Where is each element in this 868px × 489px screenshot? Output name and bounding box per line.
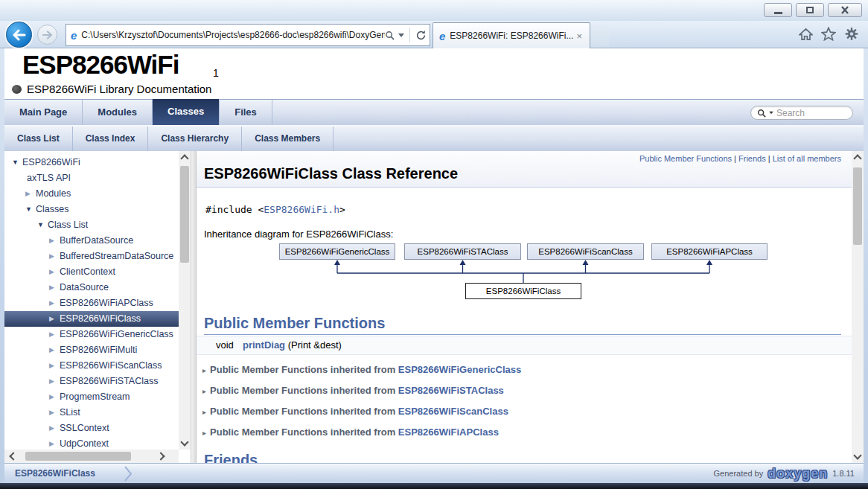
tree-item-bufferedstreamdatasource[interactable]: ▶BufferedStreamDataSource: [4, 249, 179, 264]
scroll-up-icon[interactable]: [179, 153, 191, 164]
diagram-node-parent[interactable]: ESP8266WiFiSTAClass: [404, 243, 521, 260]
scrollbar-thumb[interactable]: [25, 452, 131, 461]
scroll-up-icon[interactable]: [852, 153, 864, 164]
tab-class-index[interactable]: Class Index: [73, 127, 149, 151]
scroll-down-icon[interactable]: [179, 436, 191, 448]
home-icon[interactable]: [799, 28, 813, 41]
tree-item-datasource[interactable]: ▶DataSource: [4, 280, 179, 295]
expand-arrow-icon[interactable]: ▸: [202, 366, 206, 374]
forward-button[interactable]: [37, 25, 57, 45]
minimize-button[interactable]: [764, 3, 792, 17]
browser-tab[interactable]: e ESP8266WiFi: ESP8266WiFi... ×: [433, 22, 590, 48]
inherited-section-scan[interactable]: ▸Public Member Functions inherited from …: [197, 403, 852, 422]
tree-item-sslcontext[interactable]: ▶SSLContext: [4, 421, 179, 436]
favorites-star-icon[interactable]: [821, 27, 836, 41]
scrollbar-thumb[interactable]: [853, 167, 862, 245]
tree-collapsed-icon[interactable]: ▶: [49, 295, 60, 311]
tree-collapsed-icon[interactable]: ▶: [49, 327, 60, 342]
tree-item-classes[interactable]: ▼Classes: [4, 202, 179, 217]
tree-item-esp8266wificlass-selected[interactable]: ▶ESP8266WiFiClass: [4, 311, 179, 327]
tree-item-axtls-api[interactable]: axTLS API: [4, 170, 179, 186]
content-vertical-scrollbar[interactable]: [852, 151, 864, 463]
tree-item-esp8266wifiscanclass[interactable]: ▶ESP8266WiFiScanClass: [4, 358, 179, 374]
expand-arrow-icon[interactable]: ▸: [202, 387, 206, 395]
tree-collapsed-icon[interactable]: ▶: [49, 374, 60, 389]
sidebar-resize-splitter[interactable]: [191, 151, 197, 463]
tab-class-hierarchy[interactable]: Class Hierarchy: [148, 127, 242, 151]
tree-collapsed-icon[interactable]: ▶: [49, 389, 60, 405]
address-bar[interactable]: e C:\Users\Krzysztof\Documents\Projects\…: [66, 24, 430, 46]
tree-expanded-icon[interactable]: ▼: [12, 155, 22, 170]
tree-collapsed-icon[interactable]: ▶: [49, 249, 60, 264]
scroll-right-icon[interactable]: [155, 450, 167, 462]
restore-button[interactable]: [796, 3, 824, 17]
tree-item-esp8266wifigenericclass[interactable]: ▶ESP8266WiFiGenericClass: [4, 327, 179, 342]
diagram-node-parent[interactable]: ESP8266WiFiGenericClass: [279, 243, 395, 260]
tree-collapsed-icon[interactable]: ▶: [49, 405, 60, 421]
tab-main-page[interactable]: Main Page: [4, 100, 83, 125]
tree-item-esp8266wifiapclass[interactable]: ▶ESP8266WiFiAPClass: [4, 295, 179, 311]
link-list-of-all-members[interactable]: List of all members: [773, 154, 841, 163]
search-dropdown-icon[interactable]: [398, 33, 404, 37]
refresh-icon[interactable]: [415, 30, 427, 41]
tree-item-esp8266wifistaclass[interactable]: ▶ESP8266WiFiSTAClass: [4, 374, 179, 389]
tab-class-list[interactable]: Class List: [4, 127, 73, 151]
doxygen-logo[interactable]: doxygen: [768, 466, 828, 482]
expand-arrow-icon[interactable]: ▸: [202, 408, 206, 416]
link-public-member-functions[interactable]: Public Member Functions: [639, 154, 732, 163]
scrollbar-thumb[interactable]: [180, 166, 189, 263]
tab-classes[interactable]: Classes: [153, 99, 220, 125]
tab-files[interactable]: Files: [220, 100, 272, 125]
inherited-section-generic[interactable]: ▸Public Member Functions inherited from …: [197, 361, 852, 380]
tree-collapsed-icon[interactable]: ▶: [49, 421, 60, 436]
include-file-link[interactable]: ESP8266WiFi.h: [264, 204, 339, 215]
tab-close-icon[interactable]: ×: [575, 31, 584, 42]
tree-collapsed-icon[interactable]: ▶: [49, 233, 60, 249]
inherited-class-link[interactable]: ESP8266WiFiSTAClass: [398, 385, 504, 396]
inherited-class-link[interactable]: ESP8266WiFiScanClass: [398, 406, 508, 417]
inherited-section-ap[interactable]: ▸Public Member Functions inherited from …: [197, 424, 852, 443]
breadcrumb[interactable]: ESP8266WiFiClass: [15, 464, 95, 483]
tree-item-esp8266wifimulti[interactable]: ▶ESP8266WiFiMulti: [4, 342, 179, 358]
tree-collapsed-icon[interactable]: ▶: [49, 358, 60, 374]
diagram-node-parent[interactable]: ESP8266WiFiScanClass: [527, 243, 644, 260]
tree-item-class-list[interactable]: ▼Class List: [4, 217, 179, 233]
scroll-left-icon[interactable]: [7, 450, 19, 462]
tree-item-esp8266wifi[interactable]: ▼ESP8266WiFi: [4, 155, 179, 170]
tree-item-slist[interactable]: ▶SList: [4, 405, 179, 421]
url-text[interactable]: C:\Users\Krzysztof\Documents\Projects\es…: [81, 30, 385, 40]
tab-class-members[interactable]: Class Members: [242, 127, 334, 151]
tree-expanded-icon[interactable]: ▼: [37, 217, 48, 233]
member-name-link[interactable]: printDiag: [243, 339, 285, 351]
sidebar-vertical-scrollbar[interactable]: [179, 151, 191, 450]
tab-modules[interactable]: Modules: [83, 100, 153, 125]
tree-item-modules[interactable]: ▶Modules: [4, 186, 179, 202]
tree-collapsed-icon[interactable]: ▶: [49, 342, 60, 358]
expand-arrow-icon[interactable]: ▸: [202, 429, 206, 437]
settings-gear-icon[interactable]: [844, 27, 859, 41]
search-icon[interactable]: [385, 31, 395, 40]
link-friends[interactable]: Friends: [738, 154, 766, 163]
tree-collapsed-icon[interactable]: ▶: [49, 311, 60, 327]
inherited-class-link[interactable]: ESP8266WiFiAPClass: [398, 426, 499, 438]
doxygen-page: ESP8266WiFi 1 ESP8266WiFi Library Docume…: [4, 48, 864, 483]
inherited-class-link[interactable]: ESP8266WiFiGenericClass: [398, 364, 521, 375]
search-filter-caret-icon[interactable]: [769, 112, 773, 115]
sidebar-horizontal-scrollbar[interactable]: [4, 450, 179, 463]
tree-collapsed-icon[interactable]: ▶: [25, 186, 36, 202]
close-button[interactable]: [828, 3, 862, 17]
tree-expanded-icon[interactable]: ▼: [25, 202, 36, 217]
back-button[interactable]: [6, 22, 32, 48]
diagram-node-parent[interactable]: ESP8266WiFiAPClass: [651, 243, 768, 260]
tree-collapsed-icon[interactable]: ▶: [49, 264, 60, 280]
scroll-down-icon[interactable]: [852, 450, 864, 461]
search-box[interactable]: Search: [750, 106, 853, 120]
tree-item-clientcontext[interactable]: ▶ClientContext: [4, 264, 179, 280]
tree-item-progmemstream[interactable]: ▶ProgmemStream: [4, 389, 179, 405]
search-magnifier-icon: [757, 109, 766, 118]
include-directive: #include <ESP8266WiFi.h>: [205, 204, 345, 215]
tree-item-bufferdatasource[interactable]: ▶BufferDataSource: [4, 233, 179, 249]
tree-collapsed-icon[interactable]: ▶: [49, 280, 60, 295]
new-tab-button[interactable]: [591, 25, 609, 48]
inherited-section-sta[interactable]: ▸Public Member Functions inherited from …: [197, 382, 852, 401]
